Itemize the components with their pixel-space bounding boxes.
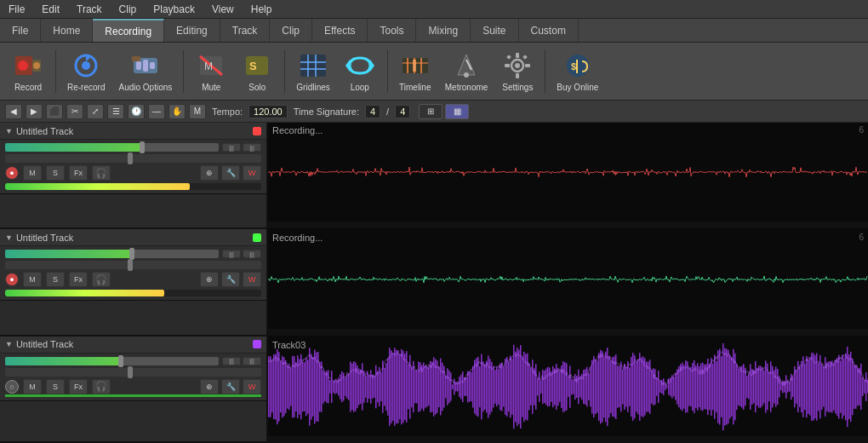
transport-btn-5[interactable]: ⤢ <box>87 104 104 119</box>
tab-suite[interactable]: Suite <box>471 19 518 42</box>
tab-home[interactable]: Home <box>41 19 93 42</box>
menu-playback[interactable]: Playback <box>145 2 203 17</box>
metronome-button[interactable]: Metronome <box>440 47 494 96</box>
loop-button[interactable]: Loop <box>339 47 381 96</box>
fader-extra-3a[interactable]: ||| <box>222 357 241 365</box>
solo-button[interactable]: S Solo <box>236 47 278 96</box>
time-sig-slash: / <box>386 106 389 117</box>
transport-btn-6[interactable]: ☰ <box>107 104 124 119</box>
transport-btn-1[interactable]: ◀ <box>5 104 22 119</box>
timeline-label: Timeline <box>399 83 431 92</box>
fader-extra-1a[interactable]: ||| <box>222 143 241 152</box>
display-toggle-btn[interactable]: ▦ <box>445 104 469 119</box>
settings-button[interactable]: Settings <box>496 47 539 96</box>
solo-btn-1[interactable]: S <box>46 165 65 181</box>
volume-fader-1[interactable] <box>5 143 219 152</box>
track-lane-2[interactable]: Recording... 6 <box>268 230 868 337</box>
mute-btn-1[interactable]: M <box>23 165 42 181</box>
tab-editing[interactable]: Editing <box>164 19 220 42</box>
wrench-btn-2[interactable]: 🔧 <box>221 272 240 287</box>
transport-btn-7[interactable]: 🕐 <box>128 104 145 119</box>
fader-extra-3b[interactable]: ||| <box>243 357 261 365</box>
rerecord-button[interactable]: Re-record <box>62 47 110 96</box>
transport-btn-9[interactable]: ✋ <box>168 104 186 119</box>
mute-btn-2[interactable]: M <box>23 272 42 287</box>
pan-fader-2[interactable] <box>5 261 261 269</box>
wrench-btn-1[interactable]: 🔧 <box>221 165 240 181</box>
toolbar: Record Re-record Audio Options <box>0 43 868 101</box>
solo-label: Solo <box>248 83 266 92</box>
svg-rect-28 <box>413 60 416 72</box>
grid-toggle-btn[interactable]: ⊞ <box>419 104 443 119</box>
fader-extra-1b[interactable]: ||| <box>243 143 261 152</box>
solo-btn-3[interactable]: S <box>46 379 65 394</box>
menu-clip[interactable]: Clip <box>111 2 146 17</box>
wrench-btn-3[interactable]: 🔧 <box>221 379 240 394</box>
menu-file[interactable]: File <box>0 2 33 17</box>
tab-clip[interactable]: Clip <box>270 19 312 42</box>
track-collapse-3[interactable]: ▼ <box>5 340 13 348</box>
menu-view[interactable]: View <box>203 2 243 17</box>
headphone-btn-2[interactable]: 🎧 <box>92 272 111 287</box>
fx-btn-2[interactable]: Fx <box>69 272 88 287</box>
track-collapse-1[interactable]: ▼ <box>5 127 13 135</box>
rec-btn-1[interactable]: ● <box>5 166 19 180</box>
menu-track[interactable]: Track <box>68 2 111 17</box>
track-led-3[interactable] <box>253 340 261 348</box>
settings-label: Settings <box>502 83 533 92</box>
time-sig-num[interactable]: 4 <box>365 105 380 118</box>
fx-btn-1[interactable]: Fx <box>69 165 88 181</box>
rec-btn-3[interactable]: ○ <box>5 380 19 394</box>
rec-btn-2[interactable]: ● <box>5 273 19 286</box>
timeline-button[interactable]: Timeline <box>394 47 437 96</box>
track-lane-1[interactable]: Recording... 6 <box>268 123 868 230</box>
tab-track[interactable]: Track <box>220 19 271 42</box>
headphone-btn-3[interactable]: 🎧 <box>92 379 111 394</box>
mute-btn-3[interactable]: M <box>23 379 42 394</box>
track-collapse-2[interactable]: ▼ <box>5 233 13 242</box>
fader-extra-2b[interactable]: ||| <box>243 250 261 258</box>
route-btn-2[interactable]: ⊕ <box>200 272 219 287</box>
track-led-1[interactable] <box>253 127 261 135</box>
tab-mixing[interactable]: Mixing <box>416 19 471 42</box>
transport-btn-10[interactable]: M <box>189 104 206 119</box>
wave-btn-1[interactable]: W <box>243 165 261 181</box>
svg-text:S: S <box>249 60 257 72</box>
svg-marker-29 <box>458 55 475 75</box>
headphone-btn-1[interactable]: 🎧 <box>92 165 111 181</box>
solo-btn-2[interactable]: S <box>46 272 65 287</box>
transport-btn-3[interactable]: ⬛ <box>46 104 63 119</box>
audiooptions-button[interactable]: Audio Options <box>113 47 177 96</box>
menu-edit[interactable]: Edit <box>33 2 68 17</box>
tab-file[interactable]: File <box>0 19 41 42</box>
wave-btn-2[interactable]: W <box>243 272 261 287</box>
tab-custom[interactable]: Custom <box>519 19 579 42</box>
route-btn-1[interactable]: ⊕ <box>200 165 219 181</box>
menu-help[interactable]: Help <box>243 2 281 17</box>
gridlines-button[interactable]: Gridlines <box>291 47 334 96</box>
audiooptions-label: Audio Options <box>118 83 172 92</box>
volume-fader-2[interactable] <box>5 250 219 258</box>
volume-fader-3[interactable] <box>5 357 219 365</box>
time-sig-den[interactable]: 4 <box>395 105 410 118</box>
transport-btn-8[interactable]: — <box>148 104 165 119</box>
svg-rect-8 <box>143 60 148 72</box>
track-led-2[interactable] <box>253 233 261 242</box>
tab-effects[interactable]: Effects <box>312 19 368 42</box>
transport-btn-2[interactable]: ▶ <box>26 104 43 119</box>
track-lane-3[interactable]: Track03 <box>268 337 868 443</box>
tempo-value[interactable]: 120.00 <box>248 105 288 118</box>
record-button[interactable]: Record <box>7 47 49 96</box>
pan-fader-1[interactable] <box>5 154 261 163</box>
transport-btn-4[interactable]: ✂ <box>66 104 83 119</box>
buyonline-button[interactable]: $ Buy Online <box>551 47 603 96</box>
tab-recording[interactable]: Recording <box>93 19 164 42</box>
pan-fader-3[interactable] <box>5 368 261 377</box>
mute-button[interactable]: M Mute <box>190 47 232 96</box>
tab-tools[interactable]: Tools <box>368 19 416 42</box>
fader-extra-2a[interactable]: ||| <box>222 250 241 258</box>
fx-btn-3[interactable]: Fx <box>69 379 88 394</box>
wave-btn-3[interactable]: W <box>243 379 261 394</box>
route-btn-3[interactable]: ⊕ <box>200 379 219 394</box>
svg-rect-38 <box>507 55 512 60</box>
